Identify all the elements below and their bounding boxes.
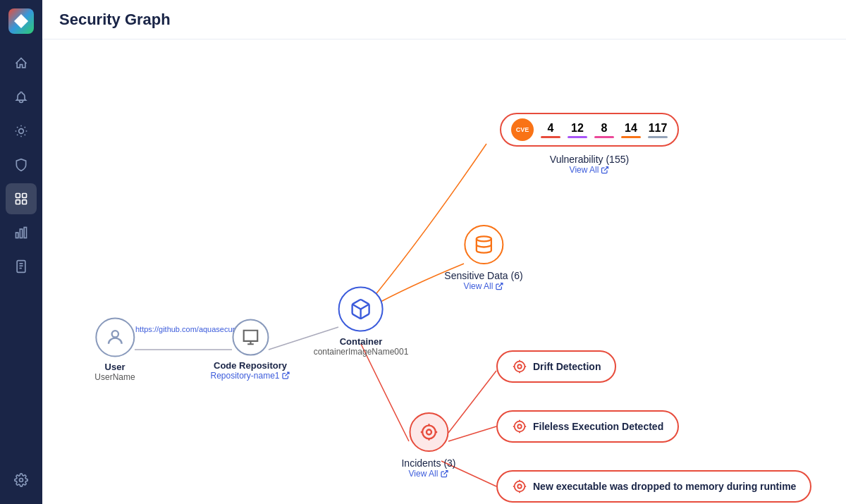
repo-node-circle [232, 319, 269, 356]
sidebar-item-graph[interactable] [6, 183, 37, 214]
container-node-circle [338, 287, 384, 332]
sidebar-item-workloads[interactable] [6, 116, 37, 147]
incidents-view-all[interactable]: View All [409, 469, 449, 479]
sidebar-item-reports[interactable] [6, 251, 37, 282]
svg-point-25 [517, 364, 522, 369]
user-node-sublabel: UserName [94, 372, 135, 382]
vuln-count-high: 12 [568, 122, 587, 138]
container-node: Container containerImageName001 [314, 287, 409, 357]
exec-dropped-label: New executable was dropped to memory dur… [533, 481, 796, 492]
incidents-node: Incidents (3) View All [401, 412, 455, 479]
sensitive-view-all[interactable]: View All [464, 281, 504, 291]
svg-point-24 [515, 362, 525, 372]
svg-rect-2 [23, 194, 27, 198]
drift-detection-label: Drift Detection [533, 361, 601, 372]
svg-point-19 [426, 430, 431, 435]
sidebar-item-settings[interactable] [6, 465, 37, 496]
exec-dropped-box: New executable was dropped to memory dur… [496, 470, 811, 503]
svg-point-17 [477, 236, 491, 241]
vuln-badge-row: CVE 4 12 8 14 117 [500, 113, 679, 147]
container-node-sublabel: containerImageName001 [314, 347, 409, 357]
svg-point-37 [517, 484, 522, 488]
repo-link[interactable]: Repository-name1 [210, 371, 290, 381]
repo-node-label: Code Repository [214, 360, 287, 371]
sidebar-item-dashboard[interactable] [6, 48, 37, 79]
svg-point-12 [20, 479, 23, 482]
user-node: User UserName [94, 318, 135, 382]
sidebar-item-alerts[interactable] [6, 82, 37, 113]
sensitive-node-circle [464, 225, 503, 264]
user-node-circle [95, 318, 135, 357]
svg-rect-5 [16, 233, 18, 238]
svg-point-0 [19, 129, 24, 134]
svg-point-18 [422, 426, 436, 439]
fileless-execution-box: Fileless Execution Detected [496, 410, 679, 443]
svg-point-30 [515, 422, 525, 432]
vuln-node-label: Vulnerability (155) [550, 154, 629, 165]
sensitive-data-node: Sensitive Data (6) View All [444, 225, 522, 291]
graph-area: https://github.com/aquasecurity User Use… [42, 39, 846, 504]
svg-rect-3 [16, 200, 20, 204]
vuln-count-low: 14 [621, 122, 641, 138]
svg-rect-6 [20, 229, 22, 238]
vuln-view-all[interactable]: View All [570, 165, 610, 175]
drift-detection-box: Drift Detection [496, 350, 616, 383]
svg-point-31 [517, 424, 522, 429]
vuln-count-info: 117 [648, 122, 668, 138]
vuln-count-medium: 8 [594, 122, 614, 138]
cve-badge: CVE [511, 118, 534, 141]
sensitive-node-label: Sensitive Data (6) [444, 270, 522, 281]
app-logo [8, 8, 34, 34]
svg-rect-7 [24, 228, 26, 238]
main-content: Security Graph https://github.com/aquase… [42, 0, 846, 504]
container-node-label: Container [340, 336, 383, 347]
incidents-node-label: Incidents (3) [401, 457, 455, 469]
fileless-execution-label: Fileless Execution Detected [533, 421, 663, 432]
svg-rect-1 [16, 194, 20, 198]
header: Security Graph [42, 0, 846, 39]
user-node-label: User [105, 362, 125, 372]
sidebar-item-analytics[interactable] [6, 217, 37, 248]
vuln-count-critical: 4 [541, 122, 560, 138]
svg-point-15 [111, 331, 118, 337]
page-title: Security Graph [59, 11, 171, 29]
sidebar-item-security[interactable] [6, 149, 37, 180]
svg-rect-4 [23, 200, 27, 204]
repo-node: Code Repository Repository-name1 [210, 319, 290, 381]
svg-point-36 [515, 481, 525, 492]
sidebar [0, 0, 42, 504]
vulnerability-node: CVE 4 12 8 14 117 [500, 113, 679, 175]
incidents-node-circle [409, 412, 448, 452]
